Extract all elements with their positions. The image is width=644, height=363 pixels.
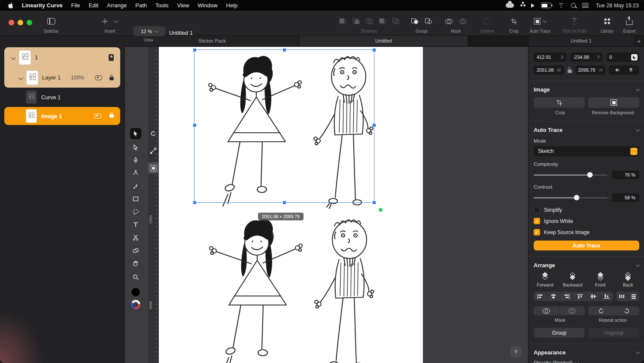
tab-untitled[interactable]: Untitled bbox=[300, 35, 468, 46]
play-icon[interactable] bbox=[531, 3, 535, 8]
group-button[interactable]: Group bbox=[534, 328, 585, 338]
boolean-exclude-icon[interactable] bbox=[380, 18, 386, 24]
selection-handle[interactable] bbox=[372, 123, 376, 127]
menu-arrange[interactable]: Arrange bbox=[103, 2, 131, 9]
app-name[interactable]: Linearity Curve bbox=[18, 2, 67, 9]
tool-direct-select[interactable] bbox=[130, 142, 141, 153]
canvas-viewport[interactable]: 2000 3000 2051.08 × 2099.79 bbox=[125, 46, 528, 363]
align-bottom-button[interactable] bbox=[600, 292, 613, 301]
align-top-button[interactable] bbox=[574, 292, 587, 301]
width-field[interactable]: 2051.08W bbox=[534, 65, 564, 75]
selection-handle[interactable] bbox=[372, 48, 376, 52]
curve-layer-row[interactable]: Curve 1 bbox=[0, 88, 125, 107]
chevron-down-icon[interactable] bbox=[636, 350, 640, 354]
stroke-color-swatch[interactable] bbox=[131, 300, 140, 309]
tool-zoom[interactable] bbox=[130, 271, 141, 283]
menu-clock[interactable]: Tue 28 May 15:23 bbox=[596, 3, 639, 9]
align-right-button[interactable] bbox=[560, 292, 574, 301]
simplify-checkbox[interactable] bbox=[534, 207, 540, 213]
layer-badge-icon[interactable] bbox=[109, 54, 114, 61]
menu-tools[interactable]: Tools bbox=[151, 2, 173, 9]
text-on-path-button[interactable]: Text on Path bbox=[562, 16, 586, 34]
selection-handle[interactable] bbox=[372, 201, 376, 204]
tool-node[interactable] bbox=[130, 168, 141, 179]
backward-button[interactable]: Backward bbox=[559, 273, 587, 287]
aspect-lock-icon[interactable] bbox=[568, 70, 572, 73]
close-window-button[interactable] bbox=[9, 20, 14, 25]
zoom-level-dropdown[interactable]: 12 % bbox=[134, 26, 165, 36]
tool-lasso[interactable] bbox=[130, 206, 141, 217]
boolean-intersect-icon[interactable] bbox=[366, 18, 373, 24]
chevron-down-icon[interactable] bbox=[636, 87, 640, 91]
outline-button[interactable]: Outline bbox=[480, 16, 494, 34]
tool-shape[interactable] bbox=[130, 193, 141, 204]
tool-auto-trace[interactable] bbox=[148, 162, 159, 174]
repeat-action-alt-button[interactable] bbox=[614, 306, 639, 315]
chevron-down-icon[interactable] bbox=[636, 127, 640, 131]
align-middle-v-button[interactable] bbox=[587, 292, 600, 301]
disclosure-chevron-icon[interactable] bbox=[18, 75, 23, 80]
ignore-white-checkbox[interactable] bbox=[534, 218, 540, 224]
distribute-h-button[interactable] bbox=[616, 292, 628, 301]
mask-icon[interactable] bbox=[445, 19, 453, 24]
menu-path[interactable]: Path bbox=[131, 2, 151, 9]
spotlight-icon[interactable] bbox=[571, 3, 576, 8]
selection-handle[interactable] bbox=[193, 48, 197, 52]
contrast-slider[interactable] bbox=[534, 197, 608, 198]
tool-eraser[interactable] bbox=[130, 245, 141, 256]
distribute-v-button[interactable] bbox=[628, 292, 640, 301]
layer-group-row[interactable]: 1 bbox=[4, 47, 120, 67]
add-tab-button[interactable]: + bbox=[634, 35, 644, 46]
tool-hand[interactable] bbox=[130, 258, 141, 269]
ungroup-icon[interactable] bbox=[425, 18, 432, 24]
apple-menu-icon[interactable] bbox=[8, 2, 14, 9]
boolean-subtract-icon[interactable] bbox=[353, 18, 359, 24]
selection-handle[interactable] bbox=[283, 201, 286, 204]
front-button[interactable]: Front bbox=[586, 273, 614, 287]
mask-apply-button[interactable] bbox=[534, 306, 559, 315]
selection-bounding-box[interactable] bbox=[194, 49, 374, 203]
crop-image-button[interactable] bbox=[534, 97, 585, 108]
layer-opacity-value[interactable]: 100% bbox=[71, 75, 84, 81]
layer-row[interactable]: Layer 1 100% bbox=[4, 67, 120, 88]
menu-view[interactable]: View bbox=[173, 2, 193, 9]
export-button[interactable]: Export bbox=[623, 16, 636, 34]
zoom-window-button[interactable] bbox=[27, 20, 32, 25]
sidebar-toggle-button[interactable]: Sidebar bbox=[44, 16, 58, 34]
selection-handle[interactable] bbox=[283, 48, 286, 52]
visibility-eye-icon[interactable] bbox=[94, 113, 101, 119]
menu-help[interactable]: Help bbox=[222, 2, 242, 9]
library-button[interactable]: Library bbox=[601, 16, 614, 34]
align-left-button[interactable] bbox=[534, 292, 547, 301]
unlock-icon[interactable] bbox=[109, 114, 114, 118]
repeat-action-button[interactable] bbox=[588, 306, 614, 315]
mask-release-button[interactable] bbox=[559, 306, 585, 315]
crop-button[interactable]: Crop bbox=[509, 16, 519, 34]
menu-window[interactable]: Window bbox=[193, 2, 222, 9]
rotation-field[interactable]: 0 bbox=[606, 52, 639, 62]
minimize-window-button[interactable] bbox=[18, 20, 23, 25]
group-icon[interactable] bbox=[411, 18, 418, 24]
image-layer-row-selected[interactable]: Image 1 bbox=[4, 107, 120, 125]
auto-trace-action-button[interactable]: Auto Trace bbox=[534, 241, 639, 250]
wifi-icon[interactable] bbox=[558, 3, 565, 8]
align-center-h-button[interactable] bbox=[547, 292, 560, 301]
insert-button[interactable]: Insert bbox=[102, 16, 118, 34]
tool-rotate[interactable] bbox=[148, 128, 159, 139]
tool-brush[interactable] bbox=[130, 180, 141, 192]
tool-pen[interactable] bbox=[130, 155, 141, 166]
control-center-icon[interactable] bbox=[582, 3, 589, 8]
rotation-cursor-icon[interactable] bbox=[631, 54, 638, 61]
menu-edit[interactable]: Edit bbox=[85, 2, 103, 9]
ungroup-button[interactable]: Ungroup bbox=[588, 328, 639, 338]
x-position-field[interactable]: 412.91X bbox=[534, 52, 567, 62]
lock-icon[interactable] bbox=[109, 77, 114, 80]
complexity-slider-thumb[interactable] bbox=[587, 172, 592, 178]
disclosure-chevron-icon[interactable] bbox=[11, 55, 15, 60]
fill-color-swatch[interactable] bbox=[131, 287, 140, 297]
y-position-field[interactable]: -234.98Y bbox=[570, 52, 603, 62]
contrast-value-field[interactable]: 58 % bbox=[612, 193, 639, 202]
menu-file[interactable]: File bbox=[67, 2, 85, 9]
tool-text[interactable] bbox=[130, 219, 141, 230]
mode-select[interactable]: Sketch bbox=[534, 146, 639, 156]
